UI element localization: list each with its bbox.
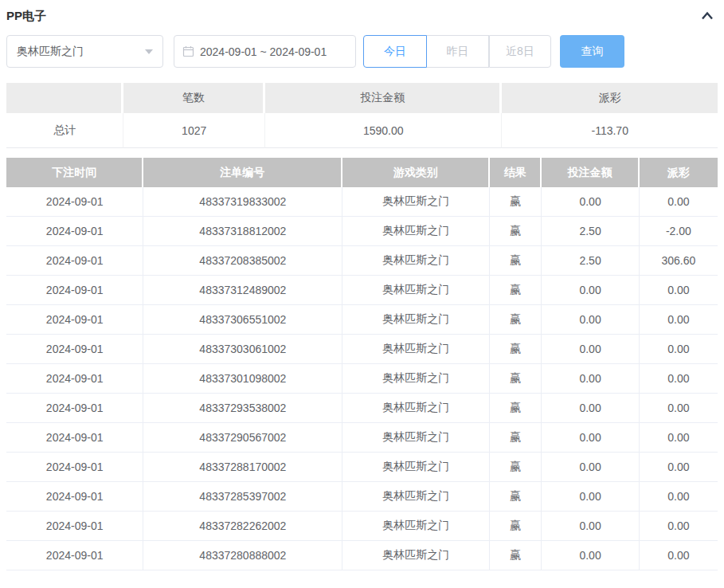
header-payout: 派彩	[640, 158, 718, 187]
cell-result: 赢	[490, 335, 542, 364]
cell-bet-time: 2024-09-01	[6, 394, 143, 423]
summary-total-payout: -113.70	[502, 113, 718, 148]
header-bet-time: 下注时间	[6, 158, 143, 187]
summary-header-row: 笔数 投注金额 派彩	[6, 83, 718, 113]
cell-result: 赢	[490, 423, 542, 453]
cell-game-category: 奥林匹斯之门	[342, 246, 490, 276]
cell-bet-amount: 0.00	[542, 305, 639, 335]
cell-payout: 0.00	[640, 305, 718, 335]
cell-bet-amount: 0.00	[542, 187, 639, 217]
cell-bet-time: 2024-09-01	[6, 276, 143, 305]
game-select-value: 奥林匹斯之门	[17, 45, 84, 59]
cell-order-number: 48337290567002	[143, 423, 342, 453]
table-row: 2024-09-01 48337293538002 奥林匹斯之门 赢 0.00 …	[6, 394, 718, 423]
date-range-input[interactable]: 2024-09-01 ~ 2024-09-01	[174, 35, 356, 68]
cell-result: 赢	[490, 394, 542, 423]
bet-table-body: 2024-09-01 48337319833002 奥林匹斯之门 赢 0.00 …	[6, 187, 718, 570]
cell-game-category: 奥林匹斯之门	[342, 482, 490, 512]
cell-game-category: 奥林匹斯之门	[342, 305, 490, 335]
cell-game-category: 奥林匹斯之门	[342, 187, 490, 217]
cell-bet-amount: 0.00	[542, 453, 639, 482]
table-row: 2024-09-01 48337282262002 奥林匹斯之门 赢 0.00 …	[6, 512, 718, 541]
cell-bet-amount: 0.00	[542, 335, 639, 364]
table-row: 2024-09-01 48337208385002 奥林匹斯之门 赢 2.50 …	[6, 246, 718, 276]
cell-order-number: 48337208385002	[143, 246, 342, 276]
cell-bet-time: 2024-09-01	[6, 246, 143, 276]
yesterday-button[interactable]: 昨日	[427, 35, 489, 68]
cell-result: 赢	[490, 482, 542, 512]
cell-game-category: 奥林匹斯之门	[342, 512, 490, 541]
header-game-category: 游戏类别	[342, 158, 490, 187]
cell-game-category: 奥林匹斯之门	[342, 394, 490, 423]
query-button[interactable]: 查询	[560, 35, 624, 68]
table-row: 2024-09-01 48337318812002 奥林匹斯之门 赢 2.50 …	[6, 217, 718, 246]
cell-payout: 306.60	[640, 246, 718, 276]
cell-result: 赢	[490, 305, 542, 335]
today-button[interactable]: 今日	[363, 35, 427, 68]
cell-bet-time: 2024-09-01	[6, 512, 143, 541]
cell-bet-amount: 0.00	[542, 541, 639, 570]
cell-bet-time: 2024-09-01	[6, 335, 143, 364]
last-8-days-button[interactable]: 近8日	[489, 35, 551, 68]
cell-result: 赢	[490, 217, 542, 246]
pp-electronic-panel: PP电子 奥林匹斯之门 2024-09-01 ~ 2	[0, 0, 724, 570]
cell-bet-time: 2024-09-01	[6, 187, 143, 217]
cell-payout: 0.00	[640, 423, 718, 453]
cell-bet-time: 2024-09-01	[6, 482, 143, 512]
cell-order-number: 48337303061002	[143, 335, 342, 364]
cell-bet-time: 2024-09-01	[6, 305, 143, 335]
bet-table-header-row: 下注时间 注单编号 游戏类别 结果 投注金额 派彩	[6, 158, 718, 187]
summary-header-empty	[6, 83, 123, 113]
cell-result: 赢	[490, 276, 542, 305]
summary-total-row: 总计 1027 1590.00 -113.70	[6, 113, 718, 148]
panel-header: PP电子	[6, 0, 718, 27]
table-row: 2024-09-01 48337319833002 奥林匹斯之门 赢 0.00 …	[6, 187, 718, 217]
cell-order-number: 48337282262002	[143, 512, 342, 541]
cell-bet-amount: 0.00	[542, 482, 639, 512]
cell-payout: 0.00	[640, 394, 718, 423]
calendar-icon	[182, 45, 194, 57]
cell-result: 赢	[490, 246, 542, 276]
cell-payout: 0.00	[640, 482, 718, 512]
cell-result: 赢	[490, 541, 542, 570]
game-select[interactable]: 奥林匹斯之门	[6, 35, 163, 68]
cell-order-number: 48337301098002	[143, 364, 342, 394]
table-row: 2024-09-01 48337280888002 奥林匹斯之门 赢 0.00 …	[6, 541, 718, 570]
header-result: 结果	[490, 158, 542, 187]
cell-order-number: 48337306551002	[143, 305, 342, 335]
cell-order-number: 48337319833002	[143, 187, 342, 217]
cell-order-number: 48337312489002	[143, 276, 342, 305]
table-row: 2024-09-01 48337312489002 奥林匹斯之门 赢 0.00 …	[6, 276, 718, 305]
cell-bet-time: 2024-09-01	[6, 364, 143, 394]
chevron-down-icon	[145, 49, 153, 54]
cell-game-category: 奥林匹斯之门	[342, 364, 490, 394]
cell-bet-amount: 2.50	[542, 246, 639, 276]
summary-header-bet-amount: 投注金额	[265, 83, 502, 113]
cell-bet-amount: 0.00	[542, 512, 639, 541]
panel-title: PP电子	[6, 9, 46, 24]
summary-table: 笔数 投注金额 派彩 总计 1027 1590.00 -113.70	[6, 83, 718, 148]
table-row: 2024-09-01 48337306551002 奥林匹斯之门 赢 0.00 …	[6, 305, 718, 335]
summary-total-count: 1027	[123, 113, 265, 148]
cell-payout: 0.00	[640, 187, 718, 217]
cell-game-category: 奥林匹斯之门	[342, 217, 490, 246]
cell-order-number: 48337280888002	[143, 541, 342, 570]
cell-payout: 0.00	[640, 364, 718, 394]
cell-result: 赢	[490, 364, 542, 394]
table-row: 2024-09-01 48337303061002 奥林匹斯之门 赢 0.00 …	[6, 335, 718, 364]
cell-game-category: 奥林匹斯之门	[342, 453, 490, 482]
cell-bet-amount: 0.00	[542, 276, 639, 305]
cell-payout: -2.00	[640, 217, 718, 246]
table-row: 2024-09-01 48337285397002 奥林匹斯之门 赢 0.00 …	[6, 482, 718, 512]
chevron-up-icon	[700, 10, 714, 22]
cell-bet-time: 2024-09-01	[6, 453, 143, 482]
cell-order-number: 48337288170002	[143, 453, 342, 482]
summary-total-label: 总计	[6, 113, 123, 148]
cell-bet-time: 2024-09-01	[6, 217, 143, 246]
cell-result: 赢	[490, 512, 542, 541]
date-range-value: 2024-09-01 ~ 2024-09-01	[200, 45, 327, 58]
collapse-panel-button[interactable]	[697, 6, 718, 26]
cell-order-number: 48337285397002	[143, 482, 342, 512]
summary-total-bet-amount: 1590.00	[265, 113, 502, 148]
cell-payout: 0.00	[640, 335, 718, 364]
